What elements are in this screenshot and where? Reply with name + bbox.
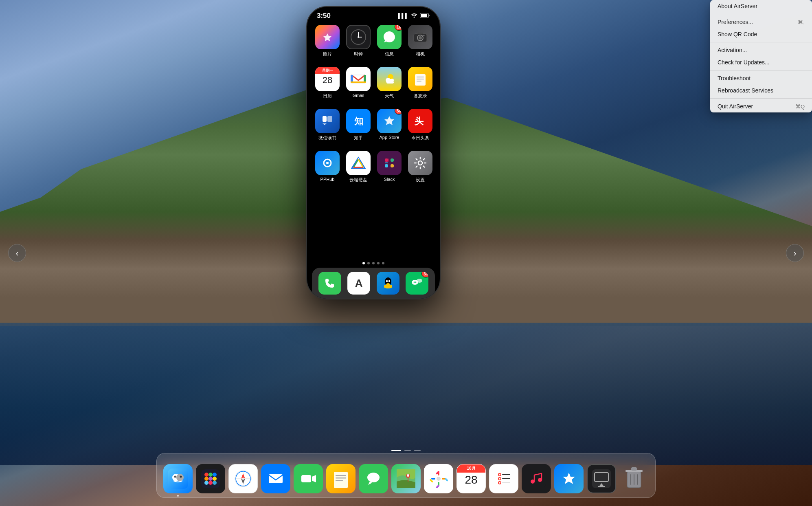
- page-dot-3[interactable]: [372, 262, 375, 264]
- menu-divider-3: [710, 70, 812, 70]
- dock-item-trash[interactable]: [619, 464, 649, 493]
- svg-text:知: 知: [354, 116, 363, 126]
- app-settings-label: 设置: [416, 177, 425, 183]
- app-appstore-label: App Store: [380, 135, 399, 140]
- right-chevron-icon: ›: [794, 249, 797, 258]
- svg-rect-20: [417, 77, 424, 77]
- dock-item-finder[interactable]: [163, 464, 193, 493]
- svg-rect-75: [269, 474, 283, 483]
- dock-item-facetime[interactable]: [294, 464, 323, 493]
- svg-point-66: [208, 481, 213, 485]
- page-dot-5[interactable]: [382, 262, 384, 264]
- app-photos[interactable]: 照片: [315, 25, 340, 57]
- app-zhihu-label: 知乎: [354, 135, 363, 141]
- svg-rect-24: [327, 116, 332, 122]
- svg-point-64: [213, 477, 217, 481]
- dock-sougou[interactable]: A: [347, 272, 370, 295]
- app-gmail[interactable]: Gmail: [346, 67, 371, 99]
- app-clock[interactable]: 时钟: [346, 25, 371, 57]
- svg-point-88: [407, 474, 409, 477]
- menu-check-updates-label: Check for Updates...: [718, 59, 770, 66]
- menu-item-check-updates[interactable]: Check for Updates...: [710, 56, 812, 68]
- nav-arrow-right[interactable]: ›: [786, 244, 804, 262]
- app-appstore[interactable]: 58 App Store: [377, 109, 402, 141]
- svg-rect-2: [421, 14, 427, 17]
- dock-item-launchpad[interactable]: [196, 464, 225, 493]
- svg-point-52: [415, 282, 417, 283]
- dock-item-safari[interactable]: [228, 464, 258, 493]
- nav-arrow-left[interactable]: ‹: [8, 244, 26, 262]
- menu-item-troubleshoot[interactable]: Troubleshoot: [710, 72, 812, 84]
- app-slack[interactable]: Slack: [377, 151, 402, 183]
- app-drive[interactable]: 云端硬盘: [346, 151, 371, 183]
- menu-item-quit[interactable]: Quit AirServer ⌘Q: [710, 100, 812, 112]
- svg-rect-35: [391, 164, 394, 167]
- dock-item-notes[interactable]: [326, 464, 356, 493]
- app-pphub[interactable]: PPHub: [315, 151, 340, 183]
- svg-point-67: [213, 481, 217, 485]
- menu-quit-label: Quit AirServer: [718, 103, 753, 110]
- bottom-indicator-2[interactable]: [404, 450, 411, 451]
- app-notes-label: 备忘录: [414, 93, 427, 99]
- dock-item-calendar[interactable]: 10月 28: [456, 464, 486, 493]
- menu-item-show-qr[interactable]: Show QR Code: [710, 28, 812, 40]
- bottom-indicator-1[interactable]: [391, 450, 401, 451]
- page-dot-2[interactable]: [367, 262, 370, 264]
- svg-point-10: [424, 35, 425, 36]
- dock-item-airplay[interactable]: [587, 464, 616, 493]
- dock-item-reminders[interactable]: [489, 464, 518, 493]
- bottom-indicator-3[interactable]: [414, 450, 421, 451]
- app-settings[interactable]: 设置: [408, 151, 432, 183]
- dock-item-appstore[interactable]: [554, 464, 584, 493]
- page-dot-1[interactable]: [362, 262, 365, 264]
- menu-preferences-label: Preferences...: [718, 19, 753, 25]
- app-weather[interactable]: 天气: [377, 67, 402, 99]
- svg-point-65: [204, 481, 208, 485]
- app-camera[interactable]: 相机: [408, 25, 432, 57]
- menu-troubleshoot-label: Troubleshoot: [718, 75, 751, 81]
- dock-item-maps[interactable]: [391, 464, 421, 493]
- dock-item-photos[interactable]: [424, 464, 453, 493]
- svg-rect-23: [323, 116, 327, 122]
- app-notes[interactable]: 备忘录: [408, 67, 432, 99]
- app-slack-label: Slack: [384, 177, 395, 182]
- dock-wechat[interactable]: 33: [406, 272, 428, 295]
- svg-rect-83: [336, 480, 343, 481]
- app-toutiao[interactable]: 头 今日头条: [408, 109, 432, 141]
- menu-about-label: About AirServer: [718, 3, 757, 9]
- dock-qq[interactable]: [377, 272, 399, 295]
- app-messages[interactable]: 18 信息: [377, 25, 402, 57]
- app-calendar[interactable]: 星期一 28 日历: [315, 67, 340, 99]
- app-zhihu[interactable]: 知 知乎: [346, 109, 371, 141]
- dock-phone[interactable]: [318, 272, 341, 295]
- wifi-icon: [411, 13, 417, 19]
- svg-text:头: 头: [414, 116, 424, 126]
- svg-rect-34: [391, 158, 394, 162]
- menu-activation-label: Activation...: [718, 47, 747, 53]
- left-chevron-icon: ‹: [16, 249, 19, 258]
- page-dot-4[interactable]: [377, 262, 380, 264]
- menu-item-about[interactable]: About AirServer: [710, 0, 812, 12]
- menu-item-rebroadcast[interactable]: Rebroadcast Services: [710, 84, 812, 97]
- app-weread[interactable]: 微信读书: [315, 109, 340, 141]
- menu-item-preferences[interactable]: Preferences... ⌘,: [710, 16, 812, 28]
- menu-item-activation[interactable]: Activation...: [710, 44, 812, 56]
- menu-rebroadcast-label: Rebroadcast Services: [718, 87, 773, 94]
- svg-rect-92: [431, 478, 435, 480]
- menu-divider-2: [710, 42, 812, 42]
- dock-item-music[interactable]: [522, 464, 551, 493]
- water-area: [0, 323, 812, 465]
- macos-dock: 10月 28: [156, 453, 656, 498]
- dock-item-mail[interactable]: [261, 464, 290, 493]
- svg-rect-21: [417, 79, 424, 79]
- app-photos-label: 照片: [323, 51, 332, 57]
- dock-item-messages[interactable]: [359, 464, 388, 493]
- svg-rect-82: [336, 477, 346, 479]
- phone-dock: A: [312, 268, 435, 299]
- app-grid-row3: 微信读书 知 知乎 58 App Store: [307, 104, 440, 146]
- svg-rect-18: [386, 81, 394, 84]
- svg-point-46: [386, 280, 388, 282]
- svg-rect-13: [351, 81, 366, 83]
- svg-rect-36: [387, 158, 389, 162]
- app-weather-label: 天气: [385, 93, 394, 99]
